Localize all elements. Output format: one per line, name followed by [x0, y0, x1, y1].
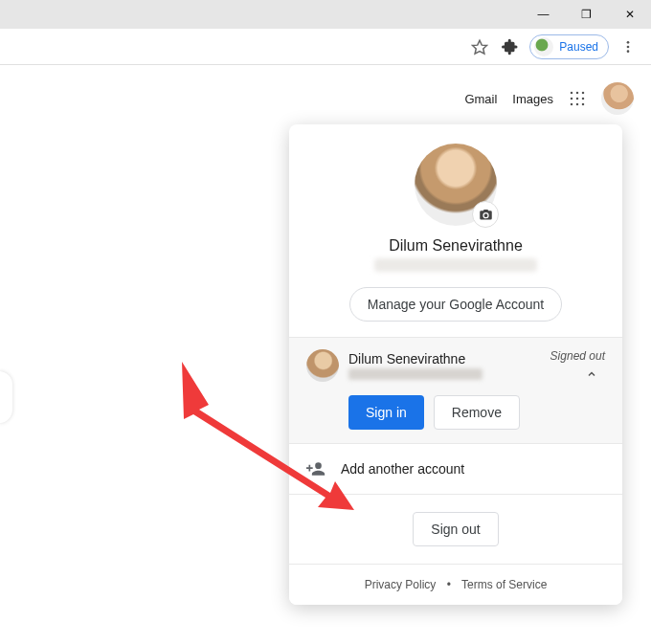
window-titlebar: — ❐ ✕ [0, 0, 651, 29]
profile-name: Dilum Senevirathne [308, 237, 603, 255]
add-account-row[interactable]: Add another account [289, 443, 622, 494]
privacy-link[interactable]: Privacy Policy [365, 578, 437, 591]
secondary-account-email-blurred [348, 368, 483, 380]
camera-icon [479, 208, 493, 222]
bookmark-star-icon[interactable] [464, 32, 495, 62]
manage-account-button[interactable]: Manage your Google Account [349, 287, 562, 322]
restore-button[interactable]: ❐ [565, 0, 608, 29]
add-account-label: Add another account [341, 461, 464, 477]
change-photo-button[interactable] [472, 201, 499, 228]
svg-marker-0 [473, 40, 487, 54]
secondary-account-avatar [306, 349, 339, 382]
left-edge-handle [0, 371, 12, 423]
secondary-account-row[interactable]: Dilum Senevirathne Signed out Sign in Re… [289, 337, 622, 443]
sign-out-row: Sign out [289, 494, 622, 564]
terms-link[interactable]: Terms of Service [461, 578, 547, 591]
google-top-nav: Gmail Images [464, 82, 634, 115]
profile-status-pill[interactable]: Paused [529, 34, 609, 59]
minimize-button[interactable]: — [522, 0, 565, 29]
apps-grid-icon[interactable] [569, 90, 586, 107]
extensions-icon[interactable] [495, 32, 526, 62]
profile-pill-avatar-icon [534, 37, 553, 56]
svg-point-2 [627, 45, 630, 48]
avatar-wrap [415, 144, 497, 226]
signed-out-label: Signed out [550, 349, 605, 363]
svg-point-1 [627, 41, 630, 44]
browser-menu-icon[interactable] [613, 32, 643, 62]
account-menu-card: Dilum Senevirathne Manage your Google Ac… [289, 124, 622, 605]
add-person-icon [306, 459, 327, 478]
profile-email-blurred [374, 258, 537, 272]
secondary-account-name: Dilum Senevirathne [348, 351, 483, 366]
account-avatar-small[interactable] [601, 82, 634, 115]
remove-account-button[interactable]: Remove [434, 395, 520, 430]
images-link[interactable]: Images [512, 92, 553, 106]
chevron-up-icon[interactable] [586, 368, 597, 380]
footer-dot: • [447, 578, 451, 591]
gmail-link[interactable]: Gmail [464, 92, 497, 106]
paused-label: Paused [559, 40, 598, 54]
page-content: Gmail Images Dilum Senevirathne Manage y… [0, 65, 651, 644]
close-window-button[interactable]: ✕ [608, 0, 651, 29]
account-primary-section: Dilum Senevirathne Manage your Google Ac… [289, 124, 622, 337]
browser-toolbar: Paused [0, 29, 651, 65]
sign-out-button[interactable]: Sign out [413, 512, 498, 546]
svg-point-3 [627, 50, 630, 53]
account-card-footer: Privacy Policy • Terms of Service [289, 564, 622, 605]
sign-in-button[interactable]: Sign in [348, 395, 424, 430]
